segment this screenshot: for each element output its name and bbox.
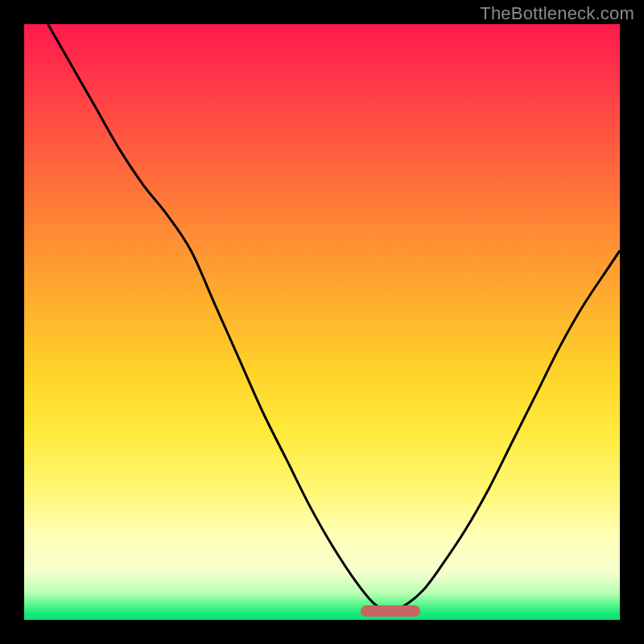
chart-stage: TheBottleneck.com	[0, 0, 644, 644]
curve-path	[48, 24, 620, 611]
plot-area	[24, 24, 620, 620]
optimum-marker	[361, 605, 420, 617]
bottleneck-curve	[24, 24, 620, 620]
watermark-text: TheBottleneck.com	[480, 3, 634, 24]
